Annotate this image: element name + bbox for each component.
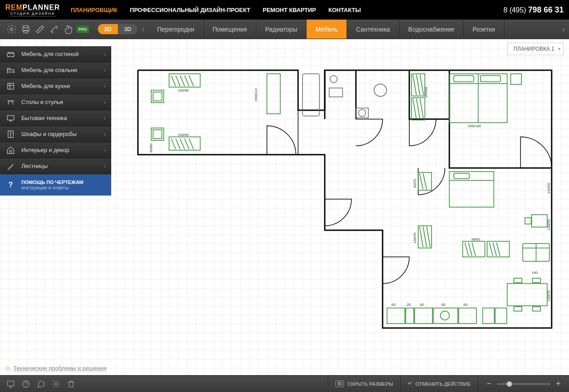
technical-problems-link[interactable]: ⚠ Технические проблемы и решения <box>5 365 106 372</box>
plan-layout-dropdown[interactable]: ПЛАНИРОВКА 1 <box>508 43 564 55</box>
furniture-sidebar: Мебель для гостиной › Мебель для спальни… <box>0 46 111 196</box>
svg-rect-42 <box>387 308 405 324</box>
sidebar-item-stairs[interactable]: Лестницы › <box>0 158 111 174</box>
sidebar-label: Мебель для спальни <box>21 67 104 73</box>
tab-walls[interactable]: Перегородки <box>148 20 203 39</box>
gear-icon[interactable] <box>49 377 63 391</box>
zoom-slider[interactable] <box>497 383 550 385</box>
table-icon <box>5 97 16 108</box>
sidebar-item-decor[interactable]: Интерьер и декор › <box>0 142 111 158</box>
svg-rect-38 <box>514 278 522 283</box>
toolbar: PRO 2D 3D ‹ Перегородки Помещения Радиат… <box>0 20 569 39</box>
tool-icons-group: PRO <box>0 23 94 36</box>
sidebar-label: Лестницы <box>21 163 104 169</box>
tv-icon <box>5 113 16 124</box>
sidebar-label: Столы и стулья <box>21 99 104 105</box>
trash-icon[interactable] <box>64 377 78 391</box>
sidebar-item-wardrobes[interactable]: Шкафы и гардеробы › <box>0 126 111 142</box>
hand-icon[interactable] <box>62 23 75 36</box>
svg-rect-31 <box>454 173 469 179</box>
sidebar-item-bedroom[interactable]: Мебель для спальни › <box>0 62 111 78</box>
kitchen-icon <box>5 81 16 92</box>
sidebar-label: Интерьер и декор <box>21 147 104 153</box>
svg-rect-25 <box>454 76 474 82</box>
tab-furniture[interactable]: Мебель <box>307 20 347 39</box>
svg-rect-39 <box>533 278 541 283</box>
ruler-icon[interactable] <box>34 23 46 36</box>
nav-renovation[interactable]: РЕМОНТ КВАРТИР <box>262 7 316 13</box>
floor-plan[interactable]: 100/60 200/110 100/60 60/90 165/68 200/1… <box>133 66 565 332</box>
svg-text:60: 60 <box>391 303 395 307</box>
chevron-right-icon: › <box>104 131 106 137</box>
tab-radiators[interactable]: Радиаторы <box>256 20 307 39</box>
category-tabs: Перегородки Помещения Радиаторы Мебель С… <box>148 20 558 39</box>
phone-number: 8 (495) 798 66 31 <box>504 5 564 15</box>
zoom-control: − + <box>478 376 569 392</box>
svg-rect-18 <box>329 88 343 97</box>
svg-rect-32 <box>532 215 547 227</box>
sidebar-item-kitchen[interactable]: Мебель для кухни › <box>0 78 111 94</box>
tab-sockets[interactable]: Розетки <box>464 20 504 39</box>
nav-planner[interactable]: ПЛАНИРОВЩИК <box>71 7 117 13</box>
view-toggle: 2D 3D <box>98 24 137 34</box>
tab-rooms[interactable]: Помещения <box>204 20 257 39</box>
settings-gear-icon[interactable] <box>5 23 18 36</box>
warning-icon: ⚠ <box>5 365 11 372</box>
sidebar-item-living[interactable]: Мебель для гостиной › <box>0 46 111 62</box>
svg-rect-1 <box>24 25 28 28</box>
tools-icon[interactable] <box>48 23 61 36</box>
svg-rect-41 <box>533 307 541 311</box>
tab-plumbing[interactable]: Сантехника <box>347 20 399 39</box>
svg-rect-4 <box>8 53 14 56</box>
home-icon <box>5 145 16 156</box>
svg-text:200/180: 200/180 <box>468 124 481 128</box>
chevron-right-icon: › <box>104 115 106 121</box>
wardrobe-icon <box>5 129 16 140</box>
svg-rect-37 <box>507 284 547 306</box>
svg-rect-7 <box>8 116 14 120</box>
svg-text:200/110: 200/110 <box>254 88 258 101</box>
help-circle-icon[interactable] <box>19 377 33 391</box>
svg-rect-26 <box>480 76 500 82</box>
sidebar-item-appliances[interactable]: Бытовая техника › <box>0 110 111 126</box>
print-icon[interactable] <box>20 23 32 36</box>
logo[interactable]: REMPLANNER СТУДИЯ ДИЗАЙНА <box>5 4 60 16</box>
svg-point-21 <box>359 109 366 116</box>
bottom-bar: 80 СКРЫТЬ РАЗМЕРЫ ↶ ОТМЕНИТЬ ДЕЙСТВИЕ − … <box>0 375 569 392</box>
svg-point-46 <box>440 311 449 320</box>
sidebar-label: Мебель для кухни <box>21 83 104 89</box>
chat-icon[interactable] <box>34 377 48 391</box>
canvas-area[interactable]: Мебель для гостиной › Мебель для спальни… <box>0 39 569 375</box>
view-2d-button[interactable]: 2D <box>98 24 118 34</box>
tab-water[interactable]: Водоснабжение <box>400 20 464 39</box>
pro-badge[interactable]: PRO <box>77 23 89 36</box>
svg-rect-43 <box>406 308 414 324</box>
svg-text:60: 60 <box>420 303 424 307</box>
svg-rect-15 <box>267 74 280 114</box>
svg-text:80: 80 <box>441 303 445 307</box>
chevron-right-icon: › <box>104 83 106 89</box>
screen-icon[interactable] <box>4 377 18 391</box>
view-3d-button[interactable]: 3D <box>118 24 138 34</box>
sidebar-help-item[interactable]: ? ПОМОЩЬ ПО ЧЕРТЕЖАМ инструкции и советы <box>0 174 111 196</box>
zoom-out-button[interactable]: − <box>485 379 492 388</box>
logo-sub: СТУДИЯ ДИЗАЙНА <box>10 11 55 16</box>
svg-rect-47 <box>459 308 476 324</box>
bed-icon <box>5 65 16 76</box>
tabs-scroll-left-icon[interactable]: ‹ <box>137 20 148 39</box>
svg-text:165/68: 165/68 <box>424 87 428 98</box>
zoom-in-button[interactable]: + <box>555 379 562 388</box>
chevron-right-icon: › <box>104 163 106 169</box>
undo-button[interactable]: ↶ ОТМЕНИТЬ ДЕЙСТВИЕ <box>400 376 478 392</box>
hide-sizes-button[interactable]: 80 СКРЫТЬ РАЗМЕРЫ <box>328 376 400 392</box>
bottom-icons-group <box>0 377 82 391</box>
sidebar-item-tables[interactable]: Столы и стулья › <box>0 94 111 110</box>
chevron-right-icon: › <box>104 99 106 105</box>
svg-rect-11 <box>153 92 162 101</box>
nav-contacts[interactable]: КОНТАКТЫ <box>328 7 361 13</box>
tabs-scroll-right-icon[interactable]: › <box>558 20 569 39</box>
svg-rect-49 <box>495 308 507 324</box>
svg-rect-44 <box>415 308 432 324</box>
svg-rect-45 <box>433 308 458 324</box>
nav-design[interactable]: ПРОФЕССИОНАЛЬНЫЙ ДИЗАЙН-ПРОЕКТ <box>130 7 250 13</box>
